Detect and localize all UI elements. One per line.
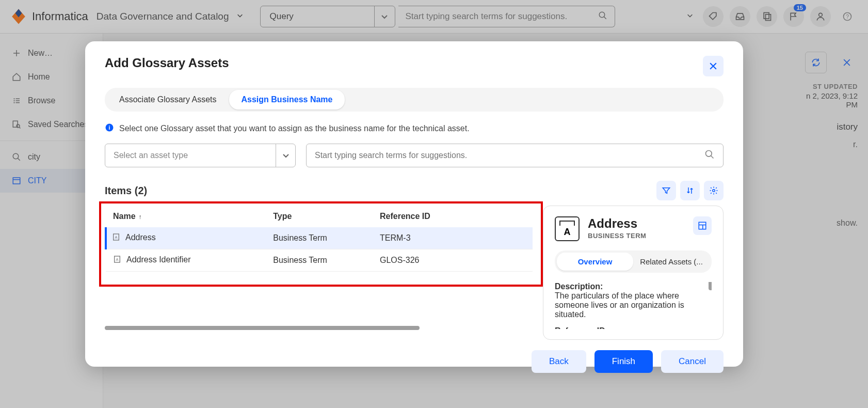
detail-tabs: Overview Related Assets (...: [555, 250, 712, 273]
svg-text:A: A: [115, 235, 118, 240]
grid-icon: [698, 221, 707, 230]
results-table: Name↑ Type Reference ID AAddress Busines…: [105, 206, 533, 272]
add-glossary-dialog: Add Glossary Assets Associate Glossary A…: [85, 41, 743, 367]
filter-button[interactable]: [656, 181, 676, 200]
close-icon: [708, 61, 718, 71]
sort-button[interactable]: [680, 181, 700, 200]
table-row[interactable]: AAddress Business Term TERM-3: [106, 227, 533, 249]
info-icon: i: [105, 123, 114, 134]
items-count: Items (2): [105, 185, 147, 197]
open-detail-button[interactable]: [693, 216, 712, 235]
info-text: Select one Glossary asset that you want …: [119, 124, 470, 133]
settings-button[interactable]: [704, 181, 724, 200]
cell-type: Business Term: [268, 249, 375, 272]
description-label: Description:: [555, 282, 603, 291]
term-icon: A: [112, 233, 120, 243]
sort-icon: [685, 186, 695, 195]
svg-line-25: [711, 156, 714, 159]
cell-name: Address Identifier: [126, 255, 191, 264]
asset-type-placeholder: Select an asset type: [105, 144, 276, 167]
gear-icon: [709, 186, 718, 195]
close-button[interactable]: [703, 56, 724, 76]
detail-subtitle: BUSINESS TERM: [588, 232, 646, 240]
svg-point-26: [713, 190, 715, 192]
filter-icon: [662, 186, 671, 195]
column-type[interactable]: Type: [268, 206, 375, 227]
svg-text:i: i: [109, 124, 110, 131]
svg-text:A: A: [116, 257, 119, 262]
info-message: i Select one Glossary asset that you wan…: [105, 123, 724, 134]
cell-ref: GLOS-326: [375, 249, 533, 272]
description-text: The particulars of the place where someo…: [555, 291, 684, 319]
tab-associate[interactable]: Associate Glossary Assets: [107, 90, 229, 109]
column-name[interactable]: Name↑: [106, 206, 268, 227]
dialog-search[interactable]: [306, 144, 724, 167]
back-button[interactable]: Back: [532, 350, 586, 373]
term-icon: A: [113, 255, 121, 265]
cancel-button[interactable]: Cancel: [661, 350, 724, 373]
asset-type-dropdown[interactable]: Select an asset type: [105, 144, 296, 167]
tab-assign-business-name[interactable]: Assign Business Name: [229, 90, 345, 109]
horizontal-scrollbar[interactable]: [105, 326, 533, 330]
dialog-footer: Back Finish Cancel: [105, 340, 724, 373]
chevron-down-icon[interactable]: [276, 144, 295, 167]
vertical-scrollbar[interactable]: [709, 282, 712, 290]
dialog-search-input[interactable]: [315, 151, 704, 160]
search-icon[interactable]: [704, 149, 715, 162]
cell-ref: TERM-3: [375, 227, 533, 249]
results-table-wrap: Name↑ Type Reference ID AAddress Busines…: [105, 206, 533, 340]
sort-asc-icon: ↑: [139, 213, 142, 221]
svg-point-24: [706, 151, 712, 157]
column-reference-id[interactable]: Reference ID: [375, 206, 533, 227]
detail-title: Address: [588, 216, 646, 231]
detail-body: Description: The particulars of the plac…: [555, 282, 712, 329]
business-term-icon: A: [555, 216, 580, 241]
cell-type: Business Term: [268, 227, 375, 249]
finish-button[interactable]: Finish: [594, 350, 653, 373]
dialog-tabs: Associate Glossary Assets Assign Busines…: [105, 88, 724, 112]
reference-id-label: Reference ID:: [555, 326, 712, 329]
dialog-title: Add Glossary Assets: [105, 56, 229, 70]
detail-panel: A Address BUSINESS TERM Overview Related…: [543, 206, 724, 340]
tab-overview[interactable]: Overview: [557, 253, 633, 271]
table-row[interactable]: AAddress Identifier Business Term GLOS-3…: [106, 249, 533, 272]
tab-related-assets[interactable]: Related Assets (...: [633, 253, 710, 271]
cell-name: Address: [125, 233, 156, 242]
